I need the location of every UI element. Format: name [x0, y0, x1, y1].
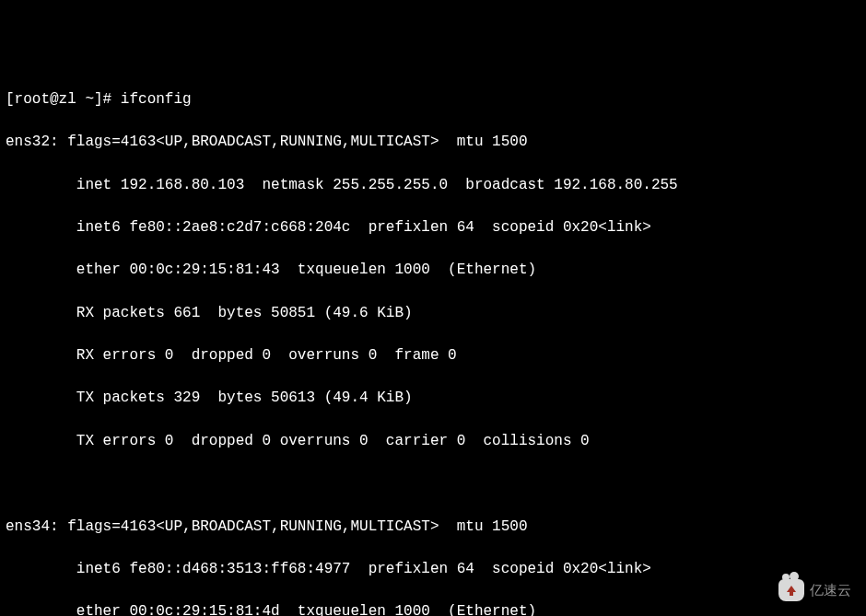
ifconfig-ens32-header: ens32: flags=4163<UP,BROADCAST,RUNNING,M…	[6, 132, 860, 153]
ifconfig-ens32-tx-errors: TX errors 0 dropped 0 overruns 0 carrier…	[6, 431, 860, 452]
ifconfig-ens32-rx-errors: RX errors 0 dropped 0 overruns 0 frame 0	[6, 345, 860, 366]
terminal-prompt[interactable]: [root@zl ~]# ifconfig	[6, 89, 860, 110]
watermark: 亿速云	[778, 579, 851, 601]
blank-line	[6, 473, 860, 494]
ifconfig-ens32-inet: inet 192.168.80.103 netmask 255.255.255.…	[6, 175, 860, 196]
watermark-text: 亿速云	[810, 580, 851, 600]
ifconfig-ens32-rx-packets: RX packets 661 bytes 50851 (49.6 KiB)	[6, 303, 860, 324]
ifconfig-ens34-inet6: inet6 fe80::d468:3513:ff68:4977 prefixle…	[6, 559, 860, 580]
cloud-upload-icon	[778, 579, 804, 601]
ifconfig-ens32-tx-packets: TX packets 329 bytes 50613 (49.4 KiB)	[6, 388, 860, 409]
ifconfig-ens32-ether: ether 00:0c:29:15:81:43 txqueuelen 1000 …	[6, 260, 860, 281]
ifconfig-ens34-ether: ether 00:0c:29:15:81:4d txqueuelen 1000 …	[6, 601, 860, 616]
ifconfig-ens32-inet6: inet6 fe80::2ae8:c2d7:c668:204c prefixle…	[6, 217, 860, 238]
ifconfig-ens34-header: ens34: flags=4163<UP,BROADCAST,RUNNING,M…	[6, 517, 860, 538]
